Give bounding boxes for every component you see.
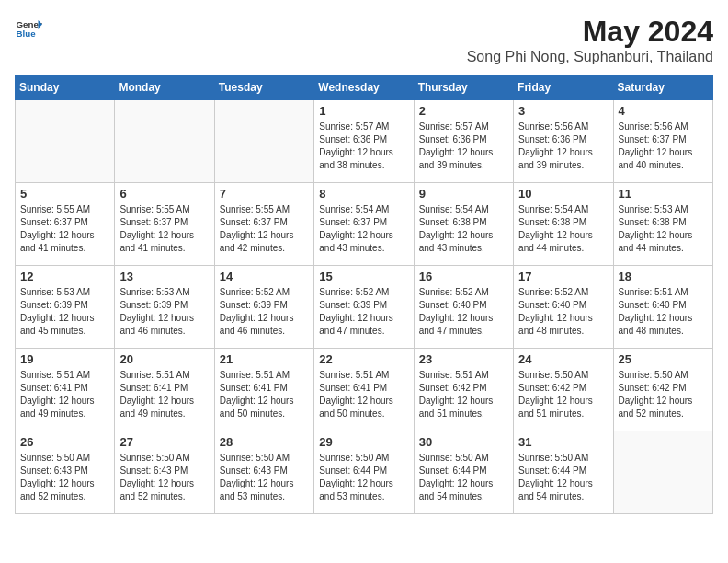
day-number: 13 <box>119 270 209 283</box>
day-number: 12 <box>20 270 109 283</box>
weekday-header-row: Sunday Monday Tuesday Wednesday Thursday… <box>16 75 713 100</box>
calendar-cell-1-2: 7Sunrise: 5:55 AM Sunset: 6:37 PM Daylig… <box>214 183 313 266</box>
day-number: 21 <box>220 352 309 366</box>
calendar-cell-0-1 <box>115 100 214 183</box>
calendar-cell-4-0: 26Sunrise: 5:50 AM Sunset: 6:43 PM Dayli… <box>16 431 115 514</box>
day-info: Sunrise: 5:51 AM Sunset: 6:41 PM Dayligh… <box>20 369 109 420</box>
calendar-cell-2-4: 16Sunrise: 5:52 AM Sunset: 6:40 PM Dayli… <box>414 266 513 349</box>
day-info: Sunrise: 5:50 AM Sunset: 6:42 PM Dayligh… <box>619 369 708 420</box>
header-monday: Monday <box>115 75 214 100</box>
calendar-cell-0-4: 2Sunrise: 5:57 AM Sunset: 6:36 PM Daylig… <box>414 100 513 183</box>
day-info: Sunrise: 5:54 AM Sunset: 6:38 PM Dayligh… <box>419 203 508 255</box>
day-number: 8 <box>319 187 408 201</box>
day-info: Sunrise: 5:53 AM Sunset: 6:38 PM Dayligh… <box>619 203 708 255</box>
calendar-cell-2-2: 14Sunrise: 5:52 AM Sunset: 6:39 PM Dayli… <box>214 266 313 349</box>
day-info: Sunrise: 5:50 AM Sunset: 6:44 PM Dayligh… <box>518 452 608 503</box>
day-number: 16 <box>419 270 508 283</box>
calendar-cell-4-4: 30Sunrise: 5:50 AM Sunset: 6:44 PM Dayli… <box>414 431 513 514</box>
day-number: 29 <box>319 435 408 449</box>
day-number: 5 <box>20 187 109 201</box>
day-info: Sunrise: 5:52 AM Sunset: 6:40 PM Dayligh… <box>518 286 608 338</box>
calendar-cell-2-5: 17Sunrise: 5:52 AM Sunset: 6:40 PM Dayli… <box>514 266 613 349</box>
calendar-row-3: 19Sunrise: 5:51 AM Sunset: 6:41 PM Dayli… <box>16 349 713 431</box>
day-number: 11 <box>619 187 708 201</box>
day-info: Sunrise: 5:55 AM Sunset: 6:37 PM Dayligh… <box>20 203 109 255</box>
calendar-row-1: 5Sunrise: 5:55 AM Sunset: 6:37 PM Daylig… <box>16 183 713 266</box>
day-number: 2 <box>419 104 508 118</box>
day-number: 20 <box>119 352 209 366</box>
calendar-cell-3-4: 23Sunrise: 5:51 AM Sunset: 6:42 PM Dayli… <box>414 349 513 431</box>
calendar-cell-3-5: 24Sunrise: 5:50 AM Sunset: 6:42 PM Dayli… <box>514 349 613 431</box>
calendar-cell-1-6: 11Sunrise: 5:53 AM Sunset: 6:38 PM Dayli… <box>613 183 712 266</box>
day-number: 23 <box>419 352 508 366</box>
calendar-cell-2-6: 18Sunrise: 5:51 AM Sunset: 6:40 PM Dayli… <box>613 266 712 349</box>
calendar-cell-4-6 <box>613 431 712 514</box>
calendar-cell-2-1: 13Sunrise: 5:53 AM Sunset: 6:39 PM Dayli… <box>115 266 214 349</box>
calendar-cell-1-0: 5Sunrise: 5:55 AM Sunset: 6:37 PM Daylig… <box>16 183 115 266</box>
day-number: 22 <box>319 352 408 366</box>
day-number: 6 <box>119 187 209 201</box>
calendar-cell-0-3: 1Sunrise: 5:57 AM Sunset: 6:36 PM Daylig… <box>314 100 414 183</box>
header-tuesday: Tuesday <box>214 75 313 100</box>
day-info: Sunrise: 5:56 AM Sunset: 6:36 PM Dayligh… <box>518 121 608 172</box>
header-friday: Friday <box>514 75 613 100</box>
calendar-row-4: 26Sunrise: 5:50 AM Sunset: 6:43 PM Dayli… <box>16 431 713 514</box>
calendar-table: Sunday Monday Tuesday Wednesday Thursday… <box>15 75 713 514</box>
calendar-cell-0-5: 3Sunrise: 5:56 AM Sunset: 6:36 PM Daylig… <box>514 100 613 183</box>
calendar-cell-1-5: 10Sunrise: 5:54 AM Sunset: 6:38 PM Dayli… <box>514 183 613 266</box>
day-info: Sunrise: 5:51 AM Sunset: 6:42 PM Dayligh… <box>419 369 508 420</box>
day-number: 1 <box>319 104 408 118</box>
day-number: 15 <box>319 270 408 283</box>
day-info: Sunrise: 5:52 AM Sunset: 6:40 PM Dayligh… <box>419 286 508 338</box>
calendar-cell-3-6: 25Sunrise: 5:50 AM Sunset: 6:42 PM Dayli… <box>613 349 712 431</box>
calendar-cell-3-2: 21Sunrise: 5:51 AM Sunset: 6:41 PM Dayli… <box>214 349 313 431</box>
calendar-cell-0-6: 4Sunrise: 5:56 AM Sunset: 6:37 PM Daylig… <box>613 100 712 183</box>
day-info: Sunrise: 5:51 AM Sunset: 6:41 PM Dayligh… <box>119 369 209 420</box>
day-info: Sunrise: 5:50 AM Sunset: 6:44 PM Dayligh… <box>319 452 408 503</box>
calendar-cell-3-1: 20Sunrise: 5:51 AM Sunset: 6:41 PM Dayli… <box>115 349 214 431</box>
day-number: 19 <box>20 352 109 366</box>
day-info: Sunrise: 5:52 AM Sunset: 6:39 PM Dayligh… <box>319 286 408 338</box>
day-info: Sunrise: 5:53 AM Sunset: 6:39 PM Dayligh… <box>20 286 109 338</box>
day-info: Sunrise: 5:51 AM Sunset: 6:41 PM Dayligh… <box>319 369 408 420</box>
day-number: 10 <box>518 187 608 201</box>
calendar-cell-3-0: 19Sunrise: 5:51 AM Sunset: 6:41 PM Dayli… <box>16 349 115 431</box>
day-info: Sunrise: 5:51 AM Sunset: 6:40 PM Dayligh… <box>619 286 708 338</box>
header-saturday: Saturday <box>613 75 712 100</box>
day-info: Sunrise: 5:57 AM Sunset: 6:36 PM Dayligh… <box>419 121 508 172</box>
calendar-cell-1-3: 8Sunrise: 5:54 AM Sunset: 6:37 PM Daylig… <box>314 183 414 266</box>
day-info: Sunrise: 5:55 AM Sunset: 6:37 PM Dayligh… <box>119 203 209 255</box>
day-number: 25 <box>619 352 708 366</box>
calendar-cell-4-3: 29Sunrise: 5:50 AM Sunset: 6:44 PM Dayli… <box>314 431 414 514</box>
calendar-cell-2-3: 15Sunrise: 5:52 AM Sunset: 6:39 PM Dayli… <box>314 266 414 349</box>
calendar-cell-1-4: 9Sunrise: 5:54 AM Sunset: 6:38 PM Daylig… <box>414 183 513 266</box>
day-info: Sunrise: 5:50 AM Sunset: 6:42 PM Dayligh… <box>518 369 608 420</box>
day-info: Sunrise: 5:54 AM Sunset: 6:37 PM Dayligh… <box>319 203 408 255</box>
day-number: 27 <box>119 435 209 449</box>
day-info: Sunrise: 5:50 AM Sunset: 6:44 PM Dayligh… <box>419 452 508 503</box>
calendar-cell-0-2 <box>214 100 313 183</box>
day-number: 7 <box>220 187 309 201</box>
calendar-cell-4-2: 28Sunrise: 5:50 AM Sunset: 6:43 PM Dayli… <box>214 431 313 514</box>
calendar-row-0: 1Sunrise: 5:57 AM Sunset: 6:36 PM Daylig… <box>16 100 713 183</box>
day-info: Sunrise: 5:52 AM Sunset: 6:39 PM Dayligh… <box>220 286 309 338</box>
logo: General Blue <box>15 15 42 42</box>
day-number: 24 <box>518 352 608 366</box>
calendar-title: May 2024 <box>467 15 713 49</box>
day-info: Sunrise: 5:50 AM Sunset: 6:43 PM Dayligh… <box>220 452 309 503</box>
day-number: 3 <box>518 104 608 118</box>
day-number: 14 <box>220 270 309 283</box>
day-number: 9 <box>419 187 508 201</box>
day-number: 30 <box>419 435 508 449</box>
calendar-cell-3-3: 22Sunrise: 5:51 AM Sunset: 6:41 PM Dayli… <box>314 349 414 431</box>
calendar-cell-4-5: 31Sunrise: 5:50 AM Sunset: 6:44 PM Dayli… <box>514 431 613 514</box>
calendar-cell-0-0 <box>16 100 115 183</box>
calendar-subtitle: Song Phi Nong, Suphanburi, Thailand <box>467 49 713 65</box>
day-info: Sunrise: 5:57 AM Sunset: 6:36 PM Dayligh… <box>319 121 408 172</box>
page-header: General Blue May 2024 Song Phi Nong, Sup… <box>15 15 713 65</box>
logo-icon: General Blue <box>15 15 42 42</box>
svg-text:Blue: Blue <box>17 29 37 39</box>
calendar-row-2: 12Sunrise: 5:53 AM Sunset: 6:39 PM Dayli… <box>16 266 713 349</box>
title-area: May 2024 Song Phi Nong, Suphanburi, Thai… <box>467 15 713 65</box>
day-number: 31 <box>518 435 608 449</box>
